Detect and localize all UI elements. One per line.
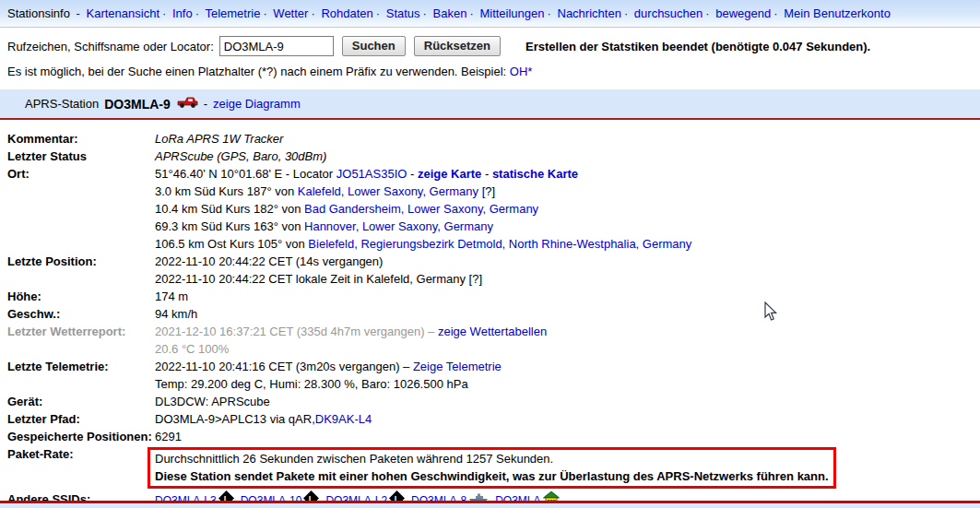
telemetrie-label: Letzte Telemetrie: [7, 358, 155, 393]
search-button[interactable]: Suchen [342, 36, 406, 56]
position-local-time: 2022-11-10 20:44:22 CET lokale Zeit in K… [155, 270, 980, 288]
distance-text: 10.4 km Süd Kurs 182° von [155, 202, 304, 216]
nav-item-bewegend[interactable]: bewegend [715, 6, 771, 20]
geschw-value: 94 km/h [155, 305, 980, 323]
wetterreport-values: 20.6 °C 100% [155, 340, 980, 358]
mouse-cursor [764, 301, 779, 325]
place-link-bad-gandersheim[interactable]: Bad Gandersheim, Lower Saxony, Germany [304, 202, 538, 216]
distance-text: 69.3 km Süd Kurs 163° von [155, 219, 304, 233]
place-link-bielefeld[interactable]: Bielefeld, Regierungsbezirk Detmold, Nor… [308, 237, 691, 251]
nav-item-wetter[interactable]: Wetter [273, 6, 308, 20]
wetterreport-time-line: 2021-12-10 16:37:21 CET (335d 4h7m verga… [155, 323, 980, 340]
letzte-position-label: Letzte Position: [7, 253, 155, 288]
distance-text: 106.5 km Ost Kurs 105° von [155, 237, 308, 251]
place-link-kalefeld[interactable]: Kalefeld, Lower Saxony, Germany [298, 184, 478, 198]
wetterreport-time: 2021-12-10 16:37:21 CET (335d 4h7m verga… [155, 325, 438, 338]
nav-dot: · [193, 6, 202, 20]
static-map-link[interactable]: statische Karte [492, 167, 578, 181]
nav-current-page: Stationsinfo [7, 6, 70, 20]
nav-item-rohdaten[interactable]: Rohdaten [321, 6, 372, 20]
top-nav: Stationsinfo - Kartenansicht· Info· Tele… [0, 0, 980, 28]
statistics-status-message: Erstellen der Statstiken beendet (benöti… [525, 40, 870, 53]
nav-dot: · [260, 6, 269, 20]
pfad-text: DO3MLA-9>APLC13 via qAR, [155, 412, 315, 426]
detail-row-geschw: Geschw.: 94 km/h [7, 305, 980, 323]
detail-row-ort: Ort: 51°46.40' N 10°01.68' E - Locator J… [7, 165, 980, 253]
station-details: Kommentar: LoRa APRS 1W Tracker Letzter … [7, 130, 980, 508]
detail-row-kommentar: Kommentar: LoRa APRS 1W Tracker [7, 130, 980, 148]
detail-row-geraet: Gerät: DL3DCW: APRScube [7, 393, 980, 410]
red-car-icon [176, 96, 198, 112]
hoehe-value: 174 m [155, 288, 980, 305]
show-weather-tables-link[interactable]: zeige Wettertabellen [438, 325, 547, 338]
nav-dot: · [159, 6, 169, 20]
search-input[interactable] [219, 36, 334, 56]
search-hint-text: Es ist möglich, bei der Suche einen Plat… [7, 65, 510, 78]
detail-row-paket-rate: Paket-Rate: Durchschnittlich 26 Sekunden… [7, 445, 980, 490]
station-header-band: APRS-Station DO3MLA-9 - zeige Diagramm [0, 89, 980, 120]
nav-item-mitteilungen[interactable]: Mitteilungen [479, 6, 544, 20]
positionen-label: Gespeicherte Positionen: [7, 428, 155, 445]
nav-item-kartenansicht[interactable]: Kartenansicht [87, 6, 160, 20]
nav-dot: · [545, 6, 554, 20]
packet-rate-text: Durchschnittlich 26 Sekunden zwischen Pa… [155, 450, 829, 467]
ort-sep1: - [407, 167, 418, 181]
detail-row-positionen: Gespeicherte Positionen: 6291 [7, 428, 980, 445]
geraet-value: DL3DCW: APRScube [155, 393, 980, 410]
hint-example-link[interactable]: OH* [510, 65, 533, 78]
pfad-label: Letzter Pfad: [7, 410, 155, 428]
ort-distance-line: 3.0 km Süd Kurs 187° von Kalefeld, Lower… [155, 183, 980, 200]
nav-item-nachrichten[interactable]: Nachrichten [558, 6, 621, 20]
show-graphs-link[interactable]: zeige Diagramm [213, 97, 301, 111]
nav-item-baken[interactable]: Baken [433, 6, 467, 20]
detail-row-pfad: Letzter Pfad: DO3MLA-9>APLC13 via qAR,DK… [7, 410, 980, 428]
ort-label: Ort: [7, 165, 155, 253]
nav-separator-dash: - [74, 6, 83, 20]
search-label: Rufzeichen, Schiffsname oder Locator: [7, 40, 214, 53]
reset-button[interactable]: Rücksetzen [414, 36, 501, 56]
ort-distance-line: 106.5 km Ost Kurs 105° von Bielefeld, Re… [155, 235, 980, 253]
detail-row-wetterreport: Letzter Wetterreport: 2021-12-10 16:37:2… [7, 323, 980, 358]
next-section-band [0, 501, 980, 508]
nav-dot: · [308, 6, 317, 20]
paket-rate-label: Paket-Rate: [7, 445, 155, 490]
ort-sep2: - [481, 167, 492, 181]
kommentar-value: LoRa APRS 1W Tracker [155, 130, 980, 148]
wetterreport-label: Letzter Wetterreport: [7, 323, 155, 358]
positionen-value: 6291 [155, 428, 980, 445]
ort-coords: 51°46.40' N 10°01.68' E - Locator [155, 167, 337, 181]
locator-link[interactable]: JO51AS35IO [337, 167, 407, 181]
hoehe-label: Höhe: [7, 288, 155, 305]
nav-dot: · [373, 6, 383, 20]
station-header-prefix: APRS-Station [25, 97, 99, 111]
show-telemetry-link[interactable]: Zeige Telemetrie [413, 360, 502, 373]
nav-item-durchsuchen[interactable]: durchsuchen [634, 6, 703, 20]
distance-suffix: [?] [478, 184, 495, 198]
telemetrie-time-line: 2022-11-10 20:41:16 CET (3m20s vergangen… [155, 358, 980, 375]
detail-row-telemetrie: Letzte Telemetrie: 2022-11-10 20:41:16 C… [7, 358, 980, 393]
detail-row-hoehe: Höhe: 174 m [7, 288, 980, 305]
search-hint: Es ist möglich, bei der Suche einen Plat… [7, 65, 980, 78]
letzter-status-label: Letzter Status [7, 148, 155, 165]
show-map-link[interactable]: zeige Karte [418, 167, 481, 181]
nav-item-info[interactable]: Info [172, 6, 193, 20]
nav-item-mein-benutzerkonto[interactable]: Mein Benutzerkonto [784, 6, 891, 20]
position-time: 2022-11-10 20:44:22 CET (14s vergangen) [155, 253, 980, 270]
nav-dot: · [771, 6, 780, 20]
station-callsign: DO3MLA-9 [104, 97, 171, 112]
nav-dot: · [420, 6, 430, 20]
nav-dot: · [703, 6, 712, 20]
search-bar: Rufzeichen, Schiffsname oder Locator: Su… [7, 36, 980, 56]
digipeater-link[interactable]: DK9AK-L4 [315, 412, 372, 426]
packet-rate-warning-box: Durchschnittlich 26 Sekunden zwischen Pa… [148, 447, 836, 489]
geraet-label: Gerät: [7, 393, 155, 410]
detail-row-letzter-status: Letzter Status APRScube (GPS, Baro, 30dB… [7, 148, 980, 165]
nav-item-telemetrie[interactable]: Telemetrie [205, 6, 260, 20]
place-link-hannover[interactable]: Hannover, Lower Saxony, Germany [304, 219, 493, 233]
ort-distance-line: 10.4 km Süd Kurs 182° von Bad Gandershei… [155, 200, 980, 218]
distance-text: 3.0 km Süd Kurs 187° von [155, 184, 298, 198]
ort-distance-line: 69.3 km Süd Kurs 163° von Hannover, Lowe… [155, 218, 980, 235]
ort-coords-line: 51°46.40' N 10°01.68' E - Locator JO51AS… [155, 165, 980, 183]
nav-item-status[interactable]: Status [386, 6, 420, 20]
station-header-dash: - [204, 97, 207, 111]
